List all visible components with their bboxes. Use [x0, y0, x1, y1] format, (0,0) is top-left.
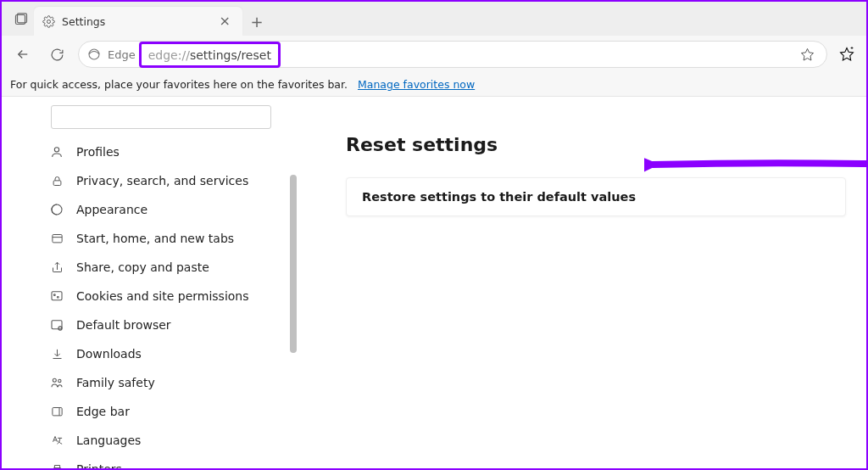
tab-actions-icon[interactable] — [8, 7, 34, 32]
sidebar-item-label: Profiles — [76, 145, 120, 159]
sidebar-item-start[interactable]: Start, home, and new tabs — [39, 224, 281, 253]
refresh-button[interactable] — [44, 42, 70, 67]
svg-point-14 — [58, 379, 61, 382]
toolbar: Edge edge://settings/reset — [2, 36, 866, 73]
svg-rect-8 — [52, 292, 62, 300]
sidebar-item-label: Family safety — [76, 376, 155, 389]
download-icon — [49, 346, 64, 361]
sidebar-item-profiles[interactable]: Profiles — [39, 137, 281, 166]
gear-icon — [42, 15, 55, 28]
sidebar-item-label: Appearance — [76, 203, 147, 216]
tab-settings[interactable]: Settings × — [34, 7, 242, 36]
sidebar-item-printers[interactable]: Printers — [39, 455, 281, 468]
profiles-icon — [49, 144, 64, 159]
sidebar-item-default-browser[interactable]: Default browser — [39, 311, 281, 339]
sidebar-item-label: Printers — [76, 462, 122, 468]
settings-sidebar: Profiles Privacy, search, and services A… — [2, 97, 297, 468]
favorites-hub-icon[interactable] — [836, 43, 858, 65]
sidebar-item-share[interactable]: Share, copy and paste — [39, 253, 281, 282]
svg-point-13 — [53, 378, 56, 382]
annotation-url-highlight: edge://settings/reset — [139, 42, 281, 68]
new-tab-button[interactable]: + — [242, 7, 271, 36]
tab-title: Settings — [62, 15, 209, 28]
family-icon — [49, 375, 64, 390]
sidebar-item-edgebar[interactable]: Edge bar — [39, 397, 281, 426]
sidebar-item-label: Start, home, and new tabs — [76, 232, 234, 245]
sidebar-item-cookies[interactable]: Cookies and site permissions — [39, 282, 281, 311]
sidebar-item-label: Privacy, search, and services — [76, 174, 248, 187]
favorites-hint-text: For quick access, place your favorites h… — [10, 78, 348, 91]
sidebar-item-family[interactable]: Family safety — [39, 368, 281, 397]
languages-icon — [49, 433, 64, 448]
sidebar-item-label: Edge bar — [76, 405, 130, 418]
sidebar-item-downloads[interactable]: Downloads — [39, 339, 281, 368]
svg-rect-7 — [52, 234, 61, 242]
svg-point-3 — [89, 49, 99, 59]
settings-main: Reset settings Restore settings to their… — [297, 97, 866, 468]
content: Profiles Privacy, search, and services A… — [2, 97, 866, 468]
close-icon[interactable]: × — [216, 13, 234, 30]
edgebar-icon — [49, 404, 64, 419]
default-browser-icon — [49, 317, 64, 333]
url-text: edge://settings/reset — [148, 48, 271, 62]
share-icon — [49, 260, 64, 275]
sidebar-item-label: Default browser — [76, 318, 171, 332]
favorites-bar-hint: For quick access, place your favorites h… — [2, 73, 866, 97]
page-title: Reset settings — [346, 134, 849, 155]
edge-icon — [87, 48, 101, 61]
window-icon — [49, 231, 64, 246]
sidebar-item-label: Share, copy and paste — [76, 260, 209, 274]
tab-strip: Settings × + — [2, 2, 866, 36]
printers-icon — [49, 462, 64, 468]
svg-point-9 — [53, 294, 55, 296]
svg-rect-5 — [53, 180, 61, 185]
svg-point-4 — [54, 148, 58, 152]
lock-icon — [49, 173, 64, 188]
appearance-icon — [49, 202, 64, 217]
manage-favorites-link[interactable]: Manage favorites now — [358, 78, 475, 91]
restore-defaults-card[interactable]: Restore settings to their default values — [346, 177, 846, 216]
cookies-icon — [49, 288, 64, 304]
svg-rect-15 — [52, 407, 61, 415]
settings-search-input[interactable] — [51, 105, 271, 129]
sidebar-scrollbar[interactable] — [290, 105, 297, 462]
svg-rect-16 — [53, 467, 61, 468]
svg-point-2 — [47, 20, 51, 23]
sidebar-scrollbar-thumb[interactable] — [290, 175, 297, 353]
svg-rect-11 — [52, 321, 62, 329]
sidebar-item-label: Cookies and site permissions — [76, 289, 249, 303]
sidebar-item-label: Languages — [76, 434, 141, 447]
url-hint-label: Edge — [108, 48, 136, 61]
sidebar-item-languages[interactable]: Languages — [39, 426, 281, 455]
address-bar[interactable]: Edge edge://settings/reset — [78, 41, 827, 68]
back-button[interactable] — [10, 42, 36, 67]
sidebar-item-privacy[interactable]: Privacy, search, and services — [39, 166, 281, 195]
sidebar-item-appearance[interactable]: Appearance — [39, 195, 281, 224]
favorite-star-icon[interactable] — [796, 43, 818, 65]
svg-point-10 — [57, 296, 58, 298]
sidebar-item-label: Downloads — [76, 347, 142, 361]
